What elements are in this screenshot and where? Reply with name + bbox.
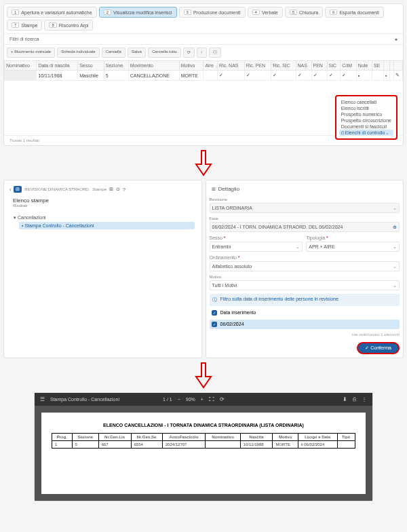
col-header[interactable]: SE <box>372 61 384 71</box>
step-tab[interactable]: 8Riscontro Arpi <box>44 20 93 31</box>
col-header[interactable]: NAS <box>296 61 311 71</box>
popup-item[interactable]: ⎙ Elenchi di controllo ▸ <box>339 130 393 136</box>
back-icon[interactable]: ‹ <box>9 187 11 192</box>
page-indicator: 1 / 1 <box>163 397 172 402</box>
checkbox-icon[interactable]: ✓ <box>212 310 217 316</box>
table-row[interactable]: 10/11/1988 Maschile 5 CANCELLAZIONE MORT… <box>5 71 403 81</box>
pdf-page-area: ELENCO CANCELLAZIONI - I TORNATA DINAMIC… <box>35 406 372 501</box>
cell: 2024/12707 <box>162 441 206 449</box>
fld-fase[interactable]: 06/02/2024 - I TORN. DINAMICA STRAORD. D… <box>210 222 400 232</box>
step-tab[interactable]: 1Apertura e variazioni automatiche <box>7 7 97 18</box>
checkbox-row[interactable]: ✓ Data inserimento <box>210 308 400 318</box>
cell-mov: CANCELLAZIONE <box>128 71 179 81</box>
fld-ordinamento[interactable]: Alfabetico assoluto ⌄ <box>210 261 400 271</box>
fld-label: Sesso * <box>210 235 303 240</box>
action-button[interactable]: + Movimento manuale <box>7 48 55 58</box>
filter-label: Filtri di ricerca <box>9 37 39 41</box>
col-header[interactable]: Sezione <box>104 61 128 71</box>
step-tab[interactable]: 4Verbale <box>248 7 283 18</box>
col-header[interactable]: Data di nascita <box>37 61 78 71</box>
checkbox-row-selected[interactable]: ✓ 06/02/2024 <box>210 320 400 329</box>
zoom-level: 90% <box>186 397 195 402</box>
fld-label: Revisione <box>210 197 400 202</box>
col-header[interactable]: Nominativo <box>5 61 37 71</box>
col-header: Sezione <box>72 434 98 441</box>
cell-note-icon[interactable]: ▪ <box>356 71 372 81</box>
pdf-toolbar: ☰ Stampa Controllo - Cancellazioni 1 / 1… <box>35 393 372 406</box>
zoom-out-icon[interactable]: − <box>178 397 180 402</box>
more-icon[interactable]: ⋮ <box>362 396 367 402</box>
panel-print-config: ‹ ⊞ REVISIONE DINAMICA STRAORD. Stampe ⊞… <box>3 180 404 358</box>
arrow-down-icon <box>193 362 214 389</box>
action-icon[interactable]: ↓ <box>197 48 207 58</box>
step-tab[interactable]: 3Produzione documenti <box>179 7 246 18</box>
col-header[interactable]: Aire <box>204 61 218 71</box>
checkbox-icon[interactable]: ✓ <box>212 322 217 327</box>
action-icon[interactable]: ⟳ <box>183 48 195 58</box>
step-tab[interactable]: 7Stampe <box>7 20 42 31</box>
col-header[interactable]: Note <box>356 61 372 71</box>
zoom-in-icon[interactable]: + <box>201 397 204 402</box>
tool-icon[interactable]: ⊞ <box>109 187 113 192</box>
step-tab[interactable]: 5Chiusura <box>285 7 323 18</box>
action-button[interactable]: Cancella tutto <box>148 48 181 58</box>
report-table: Prog.SezioneNr.Gen.LisNr.Gen.SeAnnoFasci… <box>52 433 355 449</box>
col-header[interactable]: Ric. SIC <box>271 61 296 71</box>
cell-aire <box>204 71 218 81</box>
info-icon: ⓘ <box>212 297 217 303</box>
tree-parent[interactable]: ▾ Cancellazioni <box>11 214 195 222</box>
step-tab[interactable]: 6Esporta documenti <box>325 7 384 18</box>
info-banner: ⓘ Filtro sulla data di inserimento delle… <box>210 294 400 306</box>
popup-item[interactable]: Elenco cancellati <box>339 99 393 105</box>
cell-doc-icon[interactable]: ▪ <box>384 71 390 81</box>
cell: il 06/02/2024 <box>298 441 337 449</box>
action-button[interactable]: Scheda individuale <box>57 48 99 58</box>
fld-label: Tipologia * <box>306 235 400 240</box>
col-header[interactable]: PEN <box>311 61 327 71</box>
cell-check: ✓ <box>244 71 271 81</box>
help-icon[interactable]: ? <box>123 187 125 192</box>
action-icon[interactable]: ⓘ <box>209 48 221 58</box>
col-header: Nominativo <box>206 434 240 441</box>
fld-revisione[interactable]: LISTA ORDINARIA ⌄ <box>210 203 400 213</box>
download-icon[interactable]: ⬇ <box>343 396 347 402</box>
rotate-icon[interactable]: ⟳ <box>220 396 225 402</box>
step-tab[interactable]: 2Visualizza modifica inserisci <box>99 7 177 18</box>
col-header[interactable]: Movimento <box>128 61 179 71</box>
tree-child-selected[interactable]: ▪ Stampa Controllo - Cancellazioni <box>19 222 195 229</box>
col-header: Nr.Gen.Se <box>131 434 162 441</box>
reports-popup: Elenco cancellatiElenco iscrittiProspett… <box>335 95 398 140</box>
cell-check: ✓ <box>271 71 296 81</box>
col-header <box>393 61 402 71</box>
detail-title: Dettaglio <box>218 186 240 192</box>
fld-tipologia[interactable]: APR + AIRE ⌄ <box>306 242 400 252</box>
filter-bar[interactable]: Filtri di ricerca ● <box>4 33 403 44</box>
cell-edit-icon[interactable]: ✎ <box>393 71 402 81</box>
menu-icon[interactable]: ☰ <box>40 396 45 402</box>
col-header[interactable]: SIC <box>327 61 341 71</box>
cell-check: ✓ <box>218 71 245 81</box>
fld-label: Ordinamento * <box>210 255 400 260</box>
fld-sesso[interactable]: Entrambi ⌄ <box>210 242 303 252</box>
col-header[interactable]: Motivo <box>179 61 204 71</box>
detail-icon: ⊞ <box>212 187 216 192</box>
col-header[interactable]: Sesso <box>78 61 104 71</box>
col-header[interactable]: Ric. NAS <box>218 61 245 71</box>
cell-sesso: Maschile <box>78 71 104 81</box>
fld-motivo[interactable]: Tutti i Motivi ⌄ <box>210 280 400 290</box>
action-button[interactable]: Cancella <box>102 48 125 58</box>
filter-toggle-icon[interactable]: ● <box>395 37 398 41</box>
fit-icon[interactable]: ⛶ <box>209 396 214 402</box>
tool-icon[interactable]: ⊙ <box>116 187 120 192</box>
confirm-button[interactable]: ✓ Conferma <box>357 342 400 354</box>
popup-item[interactable]: Prospetto numerico <box>339 111 393 117</box>
print-icon[interactable]: ⎙ <box>353 396 356 402</box>
cell: MORTE <box>273 441 298 449</box>
cell: 6554 <box>131 441 162 449</box>
col-header[interactable]: Ric. PEN <box>244 61 271 71</box>
popup-item[interactable]: Documenti si fascicoli <box>339 124 393 130</box>
popup-item[interactable]: Elenco iscritti <box>339 105 393 111</box>
col-header[interactable]: CdM <box>341 61 356 71</box>
action-button[interactable]: Salva <box>128 48 146 58</box>
popup-item[interactable]: Prospetto circoscrizione <box>339 117 393 124</box>
